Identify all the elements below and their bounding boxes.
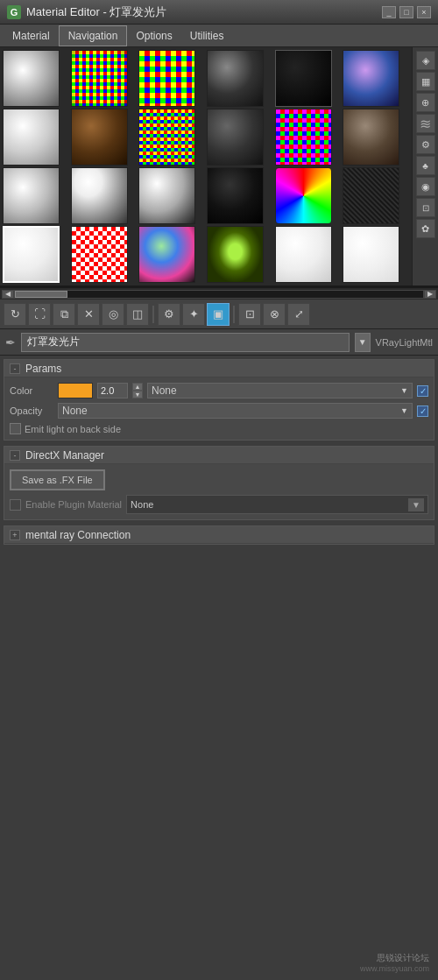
mat-cell-3-1[interactable] — [71, 226, 128, 283]
mat-cell-2-3[interactable] — [207, 167, 264, 224]
mat-cell-1-3[interactable] — [207, 109, 264, 166]
mat-cell-0-0[interactable] — [3, 50, 60, 107]
plugin-dropdown[interactable]: None ▼ — [126, 495, 428, 514]
pick-btn[interactable]: ◎ — [102, 303, 124, 326]
watermark: 思锐设计论坛 www.missyuan.com — [360, 952, 429, 973]
color-map-dropdown[interactable]: None ▼ — [147, 383, 413, 398]
expand-btn[interactable]: ⤢ — [287, 303, 310, 326]
side-btn-8[interactable]: ✿ — [416, 219, 435, 238]
maximize-btn[interactable]: □ — [399, 6, 413, 18]
side-btn-1[interactable]: ▦ — [416, 72, 435, 91]
toolbar-sep-2 — [233, 306, 235, 323]
color-swatch[interactable] — [58, 383, 93, 398]
params-toggle[interactable]: - — [10, 363, 20, 374]
view-btn[interactable]: ⊡ — [238, 303, 261, 326]
opacity-map-dropdown[interactable]: None ▼ — [58, 403, 413, 419]
directx-title: DirectX Manager — [25, 449, 104, 462]
mat-cell-1-0[interactable] — [3, 109, 60, 166]
mat-cell-3-5[interactable] — [343, 226, 399, 283]
side-btn-6[interactable]: ◉ — [416, 177, 435, 196]
material-type-label: VRayLightMtl — [376, 337, 433, 348]
mat-cell-1-4[interactable] — [275, 109, 332, 166]
close-material-btn[interactable]: ⊗ — [263, 303, 286, 326]
color-map-none: None — [152, 384, 177, 397]
mat-cell-0-1[interactable] — [71, 50, 128, 107]
app-icon: G — [7, 5, 21, 19]
close-btn[interactable]: × — [417, 6, 431, 18]
params-header[interactable]: - Params — [4, 360, 434, 377]
mat-cell-2-0[interactable] — [3, 167, 60, 224]
mat-cell-2-5[interactable] — [343, 167, 399, 224]
scrollbar-thumb[interactable] — [15, 291, 67, 298]
grid-btn[interactable]: ⛶ — [28, 303, 51, 326]
mat-cell-1-1[interactable] — [71, 109, 128, 166]
mat-cell-2-1[interactable] — [71, 167, 128, 224]
directx-section: - DirectX Manager Save as .FX File Enabl… — [4, 446, 434, 520]
menu-material[interactable]: Material — [4, 26, 59, 46]
color-enable-check[interactable]: ✓ — [417, 385, 428, 397]
main-toolbar: ↻ ⛶ ⧉ ✕ ◎ ◫ ⚙ ✦ ▣ ⊡ ⊗ ⤢ — [0, 300, 438, 329]
mat-cell-1-5[interactable] — [343, 109, 399, 166]
emit-row: Emit light on back side — [10, 423, 428, 434]
directx-toggle[interactable]: - — [10, 450, 20, 461]
spin-down-btn[interactable]: ▼ — [132, 391, 143, 398]
opts-btn[interactable]: ⚙ — [158, 303, 180, 326]
spin-up-btn[interactable]: ▲ — [132, 383, 143, 391]
mat-cell-2-4[interactable] — [275, 167, 332, 224]
opacity-enable-check[interactable]: ✓ — [417, 405, 428, 417]
menu-options[interactable]: Options — [127, 26, 180, 46]
plugin-dropdown-value: None — [131, 499, 153, 510]
color-btn[interactable]: ✦ — [182, 303, 205, 326]
side-btn-0[interactable]: ◈ — [416, 51, 435, 70]
preview-area: ◈ ▦ ⊕ ≋ ⚙ ♣ ◉ ⊡ ✿ — [0, 47, 438, 287]
directx-body: Save as .FX File Enable Plugin Material … — [4, 464, 434, 519]
preview-container: ◈ ▦ ⊕ ≋ ⚙ ♣ ◉ ⊡ ✿ ◀ ▶ — [0, 47, 438, 300]
wand-icon: ✒ — [5, 335, 16, 349]
delete-btn[interactable]: ✕ — [77, 303, 100, 326]
mat-cell-3-4[interactable] — [275, 226, 332, 283]
opacity-map-none: None — [62, 405, 88, 417]
menu-navigation[interactable]: Navigation — [59, 25, 128, 46]
opacity-label: Opacity — [10, 405, 53, 416]
side-btn-2[interactable]: ⊕ — [416, 93, 435, 112]
plugin-row: Enable Plugin Material None ▼ — [10, 495, 428, 514]
save-fx-btn[interactable]: Save as .FX File — [10, 469, 105, 490]
scroll-left-btn[interactable]: ◀ — [2, 290, 14, 299]
directx-header[interactable]: - DirectX Manager — [4, 447, 434, 464]
mat-cell-1-2[interactable] — [138, 109, 195, 166]
plugin-enable-checkbox[interactable] — [10, 499, 21, 511]
material-name-dropdown[interactable]: ▼ — [355, 333, 371, 352]
reset-btn[interactable]: ↻ — [4, 303, 26, 326]
minimize-btn[interactable]: _ — [382, 6, 396, 18]
material-name-input[interactable] — [21, 333, 350, 352]
clone-btn[interactable]: ⧉ — [53, 303, 75, 326]
mat-cell-3-2[interactable] — [138, 226, 195, 283]
mat-cell-0-4[interactable] — [275, 50, 332, 107]
menu-utilities[interactable]: Utilities — [181, 26, 233, 46]
window-controls: _ □ × — [382, 6, 431, 18]
mat-cell-0-5[interactable] — [343, 50, 399, 107]
mat-cell-3-0[interactable] — [3, 226, 60, 283]
mat-cell-0-3[interactable] — [207, 50, 264, 107]
emit-checkbox[interactable] — [10, 423, 21, 434]
side-btn-5[interactable]: ♣ — [416, 156, 435, 175]
color-value-input[interactable] — [97, 383, 128, 398]
scroll-right-btn[interactable]: ▶ — [424, 290, 436, 299]
value-spinner: ▲ ▼ — [132, 383, 143, 398]
save-fx-row: Save as .FX File — [10, 469, 428, 490]
mental-ray-title: mental ray Connection — [25, 529, 131, 541]
side-btn-3[interactable]: ≋ — [416, 114, 435, 133]
mat-cell-0-2[interactable] — [138, 50, 195, 107]
mental-ray-toggle[interactable]: + — [10, 530, 20, 540]
side-toolbar: ◈ ▦ ⊕ ≋ ⚙ ♣ ◉ ⊡ ✿ — [412, 47, 438, 286]
material-btn[interactable]: ▣ — [207, 303, 230, 326]
preview-scrollbar: ◀ ▶ — [0, 287, 438, 300]
mat-cell-3-3[interactable] — [207, 226, 264, 283]
mental-ray-header[interactable]: + mental ray Connection — [4, 526, 434, 544]
scrollbar-track[interactable] — [14, 290, 424, 299]
search-btn[interactable]: ◫ — [126, 303, 149, 326]
mat-cell-2-2[interactable] — [138, 167, 195, 224]
side-btn-7[interactable]: ⊡ — [416, 198, 435, 217]
side-btn-4[interactable]: ⚙ — [416, 135, 435, 154]
menu-bar: Material Navigation Options Utilities — [0, 25, 438, 47]
